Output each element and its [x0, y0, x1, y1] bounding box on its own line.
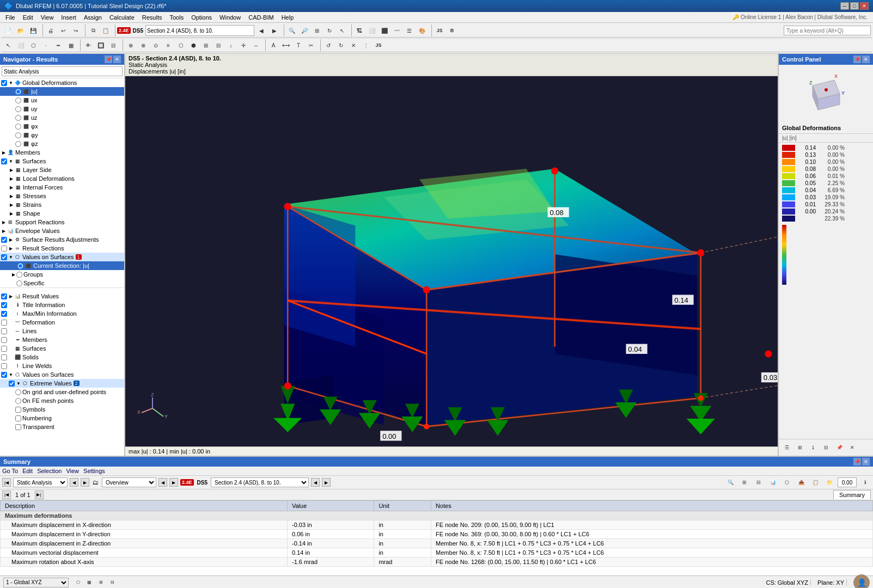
tb-prev-section[interactable]: ◀	[255, 24, 267, 36]
sum-btn-export[interactable]: 📁	[823, 476, 835, 488]
tb-save[interactable]: 💾	[27, 24, 39, 36]
tb2-arrow[interactable]: ↓	[225, 39, 237, 51]
sum-btn-1[interactable]: 🔍	[724, 476, 736, 488]
tb2-poly[interactable]: ⬡	[27, 39, 39, 51]
tb2-surface[interactable]: ▦	[65, 39, 77, 51]
sum-nav-next[interactable]: ▶	[81, 478, 89, 487]
sum-btn-6[interactable]: 📤	[795, 476, 807, 488]
nav-check-line-welds[interactable]	[1, 363, 7, 369]
tb-next-section[interactable]: ▶	[268, 24, 280, 36]
tb2-more7[interactable]: ⊞	[200, 39, 212, 51]
expander-members[interactable]: ▶	[1, 150, 7, 155]
expander-shape[interactable]: ▶	[9, 211, 14, 216]
nav-check-solids[interactable]	[1, 354, 7, 360]
expander-values-surf-l[interactable]: ▼	[8, 372, 14, 377]
menu-window[interactable]: Window	[216, 13, 244, 22]
tb2-filter[interactable]: ⊟	[107, 39, 119, 51]
cp-tb-2[interactable]: ⊞	[794, 442, 806, 454]
nav-solids[interactable]: ⬛ Solids	[0, 353, 124, 362]
tb2-annotation[interactable]: A	[267, 39, 279, 51]
expander-internal-forces[interactable]: ▶	[9, 185, 14, 190]
tb-open[interactable]: 📂	[15, 24, 27, 36]
menu-tools[interactable]: Tools	[166, 13, 187, 22]
nav-lines-lower[interactable]: ─ Lines	[0, 327, 124, 335]
sum-tab-summary[interactable]: Summary	[833, 490, 871, 499]
tb-settings-b[interactable]: B	[446, 24, 458, 36]
nav-phix[interactable]: ⬛ φx	[0, 122, 124, 131]
tb2-delete[interactable]: ✕	[347, 39, 359, 51]
sum-nav-next3[interactable]: ▶	[322, 478, 331, 487]
tb-wireframe[interactable]: ⬜	[366, 24, 378, 36]
nav-check-transparent[interactable]	[15, 424, 21, 430]
nav-surfaces[interactable]: ▼ ▦ Surfaces	[0, 157, 124, 166]
nav-members-top[interactable]: ▶ 👤 Members	[0, 148, 124, 157]
expander-values-surf[interactable]: ▼	[8, 255, 14, 260]
nav-envelope[interactable]: ▶ 📊 Envelope Values	[0, 226, 124, 235]
tb2-more2[interactable]: ⊗	[137, 39, 149, 51]
nav-check-result-val[interactable]	[1, 293, 7, 299]
nav-current-selection[interactable]: ⬛ Current Selection: |u|	[0, 261, 124, 270]
sb-btn-3[interactable]: ⊞	[96, 578, 106, 587]
nav-check-maxmin[interactable]	[1, 311, 7, 317]
nav-surfaces-lower[interactable]: ▦ Surfaces	[0, 344, 124, 353]
nav-on-grid[interactable]: On grid and user-defined points	[0, 388, 124, 396]
expander-envelope[interactable]: ▶	[1, 229, 7, 234]
tb2-undo2[interactable]: ↺	[322, 39, 334, 51]
nav-check-lines[interactable]	[1, 328, 7, 334]
bt-settings[interactable]: Settings	[83, 468, 105, 474]
tb2-node[interactable]: ·	[40, 39, 52, 51]
expander-layer-side[interactable]: ▶	[9, 168, 14, 173]
menu-cadbim[interactable]: CAD-BIM	[245, 13, 277, 22]
menu-file[interactable]: File	[2, 13, 19, 22]
tb-zoom-fit[interactable]: ⊞	[311, 24, 323, 36]
bt-selection[interactable]: Selection	[37, 468, 62, 474]
nav-check-surface-adj[interactable]	[1, 237, 7, 243]
nav-local-deformations[interactable]: ▶ ▦ Local Deformations	[0, 174, 124, 183]
sum-nav-prev2[interactable]: ◀	[158, 478, 167, 487]
bt-view[interactable]: View	[66, 468, 79, 474]
nav-maxmin-info[interactable]: ↕ Max/Min Information	[0, 309, 124, 318]
nav-result-values[interactable]: ▶ 📊 Result Values	[0, 292, 124, 301]
cp-close2[interactable]: ✕	[846, 442, 858, 454]
sum-analysis-select[interactable]: Static Analysis	[13, 477, 68, 487]
tb-layers[interactable]: ☰	[404, 24, 416, 36]
nav-radio-u[interactable]	[15, 89, 21, 95]
cp-tb-3[interactable]: 1	[807, 442, 819, 454]
nav-radio-on-grid[interactable]	[15, 389, 21, 395]
tb2-cut[interactable]: ✂	[305, 39, 317, 51]
tb-rotate[interactable]: ↻	[323, 24, 335, 36]
tb-js[interactable]: JS	[434, 24, 445, 36]
nav-check-values-surf[interactable]	[1, 254, 7, 260]
expander-surfaces[interactable]: ▼	[8, 159, 14, 164]
menu-results[interactable]: Results	[139, 13, 166, 22]
nav-on-fe-mesh[interactable]: On FE mesh points	[0, 396, 124, 405]
cp-close-button[interactable]: ✕	[862, 56, 870, 63]
tb-undo[interactable]: ↩	[57, 24, 69, 36]
nav-internal-forces[interactable]: ▶ ▦ Internal Forces	[0, 183, 124, 192]
tb-zoom-out[interactable]: 🔎	[298, 24, 310, 36]
sum-nav-prev3[interactable]: ◀	[311, 478, 320, 487]
nav-check-numbering[interactable]	[15, 415, 21, 421]
expander-result-val[interactable]: ▶	[8, 294, 14, 299]
expander-extreme[interactable]: ▼	[16, 381, 21, 386]
nav-title-info[interactable]: ℹ Title Information	[0, 301, 124, 309]
bt-edit[interactable]: Edit	[22, 468, 33, 474]
nav-phiy[interactable]: ⬛ φy	[0, 131, 124, 139]
nav-radio-uz[interactable]	[15, 115, 21, 121]
tb2-more1[interactable]: ⊕	[125, 39, 137, 51]
tb2-js2[interactable]: JS	[373, 39, 384, 51]
menu-edit[interactable]: Edit	[20, 13, 36, 22]
expander-stresses[interactable]: ▶	[9, 194, 14, 199]
tb-select[interactable]: ↖	[336, 24, 348, 36]
nav-radio-phix[interactable]	[15, 124, 21, 130]
nav-stresses[interactable]: ▶ ▦ Stresses	[0, 192, 124, 200]
nav-radio-fe-mesh[interactable]	[15, 398, 21, 404]
coord-system-select[interactable]: 1 - Global XYZ	[3, 578, 69, 587]
nav-radio-phiy[interactable]	[15, 132, 21, 138]
sb-btn-4[interactable]: ⊟	[107, 578, 117, 587]
cp-tb-4[interactable]: ⊟	[820, 442, 832, 454]
tb2-text[interactable]: T	[292, 39, 304, 51]
expander-local-def[interactable]: ▶	[9, 176, 14, 181]
bp-close[interactable]: ✕	[862, 458, 870, 465]
tb2-more9[interactable]: ⋮	[360, 39, 372, 51]
